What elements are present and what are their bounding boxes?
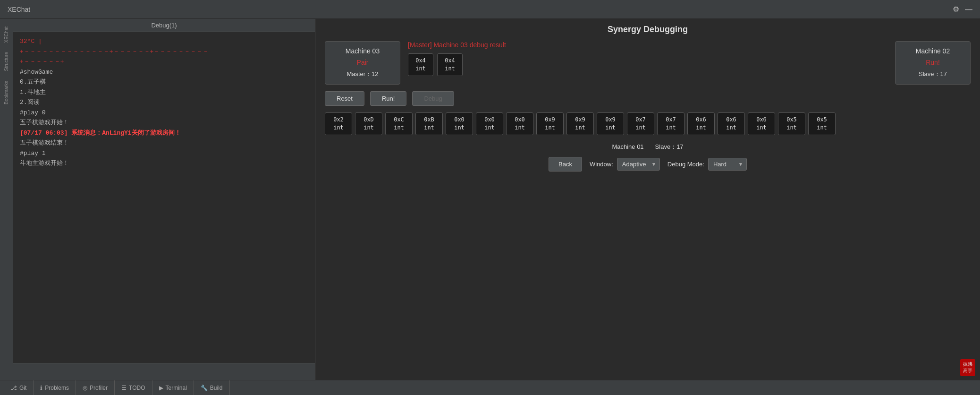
watermark: 掘沸高手 xyxy=(960,359,975,376)
debug-mode-label: Debug Mode: xyxy=(667,161,704,168)
console-line: 五子棋游戏结束！ xyxy=(20,138,308,148)
machine02-name: Machine 02 xyxy=(905,47,961,55)
console-line: +－－－－－－+ xyxy=(20,57,308,67)
hex-cell-large: 0x9 int xyxy=(536,112,564,135)
hex-cell-large: 0x6 int xyxy=(687,112,715,135)
machine03-pair: Pair xyxy=(335,59,390,66)
hex-cell-large: 0x9 int xyxy=(566,112,594,135)
console-line: +－－－－－－－－－－－－－－+－－－－－－+－－－－－－－－－ xyxy=(20,47,308,57)
input-bar[interactable] xyxy=(13,363,315,380)
machine02-run: Run! xyxy=(905,59,961,66)
machine02-slave: Slave：17 xyxy=(905,70,961,78)
terminal-icon: ▶ xyxy=(159,385,163,391)
bottom-tab-todo[interactable]: ☰TODO xyxy=(115,380,152,395)
bottom-tab-problems[interactable]: ℹProblems xyxy=(34,380,76,395)
debug-result-title: [Master] Machine 03 debug result xyxy=(408,41,887,49)
bottom-tab-terminal[interactable]: ▶Terminal xyxy=(152,380,194,395)
terminal-tab-label: Terminal xyxy=(166,385,187,391)
hex-cell-large: 0xC int xyxy=(385,112,413,135)
build-tab-label: Build xyxy=(210,385,223,391)
console-line: 0.五子棋 xyxy=(20,77,308,87)
hex-cell-large: 0x6 int xyxy=(718,112,745,135)
hex-cell-large: 0x6 int xyxy=(748,112,775,135)
hex-cell-small: 0x4 int xyxy=(408,53,433,76)
machine03-name: Machine 03 xyxy=(335,47,390,55)
left-panel: Debug(1) 32°C |+－－－－－－－－－－－－－－+－－－－－－+－－… xyxy=(13,19,315,380)
window-select-wrapper[interactable]: AdaptiveFixedAuto ▼ xyxy=(617,158,660,171)
bottom-controls: Back Window: AdaptiveFixedAuto ▼ Debug M… xyxy=(325,157,971,172)
hex-cell-large: 0x7 int xyxy=(657,112,684,135)
debug-result-hex-row: 0x4 int0x4 int xyxy=(408,53,887,76)
machine03-master: Master：12 xyxy=(335,70,390,78)
console-line: 1.斗地主 xyxy=(20,88,308,97)
profiler-icon: ◎ xyxy=(83,385,87,391)
hex-cell-large: 0x0 int xyxy=(476,112,503,135)
hex-cell-large: 0xD int xyxy=(355,112,382,135)
debug-mode-select-wrapper[interactable]: HardEasyNormal ▼ xyxy=(708,158,747,171)
console-input[interactable] xyxy=(17,368,311,375)
debug-mode-select[interactable]: HardEasyNormal xyxy=(708,158,747,171)
hex-cell-large: 0x2 int xyxy=(325,112,352,135)
sidebar-bookmarks-label[interactable]: Bookmarks xyxy=(2,77,11,108)
app-title: XEChat xyxy=(8,6,30,13)
profiler-tab-label: Profiler xyxy=(90,385,108,391)
problems-tab-label: Problems xyxy=(45,385,69,391)
console-line: 32°C | xyxy=(20,37,308,46)
window-label: Window: xyxy=(590,161,613,168)
hex-cell-large: 0x0 int xyxy=(506,112,533,135)
control-buttons: Reset Run! Debug xyxy=(325,91,971,106)
hex-cell-small: 0x4 int xyxy=(437,53,463,76)
bottom-tab-build[interactable]: 🔧Build xyxy=(194,380,230,395)
hex-cell-large: 0x0 int xyxy=(446,112,473,135)
run-button[interactable]: Run! xyxy=(370,91,406,106)
todo-icon: ☰ xyxy=(121,385,127,391)
debug-button[interactable]: Debug xyxy=(412,91,454,106)
bottom-bar: ⎇GitℹProblems◎Profiler☰TODO▶Terminal🔧Bui… xyxy=(0,380,980,395)
todo-tab-label: TODO xyxy=(129,385,145,391)
console-line: [07/17 06:03] 系统消息：AnLingYi关闭了游戏房间！ xyxy=(20,129,308,138)
hex-cells-row: 0x2 int0xD int0xC int0xB int0x0 int0x0 i… xyxy=(325,112,971,135)
settings-icon[interactable]: ⚙ xyxy=(953,5,959,14)
debug-result-area: [Master] Machine 03 debug result 0x4 int… xyxy=(408,41,887,76)
console-line: #play 1 xyxy=(20,149,308,158)
git-tab-label: Git xyxy=(19,385,26,391)
synergy-title: Synergy Debugging xyxy=(325,25,971,34)
console-line: #showGame xyxy=(20,68,308,77)
machine01-label: Machine 01 xyxy=(612,143,643,150)
console-line: 2.阅读 xyxy=(20,98,308,107)
debug-console: 32°C |+－－－－－－－－－－－－－－+－－－－－－+－－－－－－－－－+－… xyxy=(13,32,315,363)
window-group: Window: AdaptiveFixedAuto ▼ xyxy=(590,158,660,171)
console-line: #play 0 xyxy=(20,108,308,118)
machine03-box: Machine 03 Pair Master：12 xyxy=(325,41,400,85)
title-bar: XEChat ⚙ — xyxy=(0,0,980,19)
debug-panel-header: Debug(1) xyxy=(13,19,315,32)
build-icon: 🔧 xyxy=(201,385,208,391)
minimize-icon[interactable]: — xyxy=(965,5,972,14)
hex-cell-large: 0x9 int xyxy=(597,112,624,135)
sidebar-structure-label[interactable]: Structure xyxy=(2,48,11,75)
git-icon: ⎇ xyxy=(10,385,17,391)
debug-mode-group: Debug Mode: HardEasyNormal ▼ xyxy=(667,158,747,171)
hex-cell-large: 0x7 int xyxy=(627,112,654,135)
bottom-tab-profiler[interactable]: ◎Profiler xyxy=(76,380,115,395)
sidebar-xechat-label[interactable]: XEChat xyxy=(2,23,11,46)
main-area: XEChat Structure Bookmarks Debug(1) 32°C… xyxy=(0,19,980,380)
left-sidebar: XEChat Structure Bookmarks xyxy=(0,19,13,380)
right-panel: Synergy Debugging Machine 03 Pair Master… xyxy=(315,19,980,380)
hex-cell-large: 0xB int xyxy=(415,112,443,135)
bottom-labels-row: Machine 01 Slave：17 xyxy=(325,143,971,151)
slave-info: Slave：17 xyxy=(655,143,684,151)
machine02-box: Machine 02 Run! Slave：17 xyxy=(895,41,971,85)
bottom-tab-git[interactable]: ⎇Git xyxy=(4,380,34,395)
top-row: Machine 03 Pair Master：12 [Master] Machi… xyxy=(325,41,971,85)
console-line: 斗地主游戏开始！ xyxy=(20,159,308,168)
hex-cell-large: 0x5 int xyxy=(778,112,805,135)
title-bar-controls: ⚙ — xyxy=(953,5,972,14)
window-select[interactable]: AdaptiveFixedAuto xyxy=(617,158,660,171)
back-button[interactable]: Back xyxy=(549,157,582,172)
problems-icon: ℹ xyxy=(40,385,42,391)
reset-button[interactable]: Reset xyxy=(325,91,364,106)
hex-cell-large: 0x5 int xyxy=(808,112,836,135)
console-line: 五子棋游戏开始！ xyxy=(20,118,308,128)
